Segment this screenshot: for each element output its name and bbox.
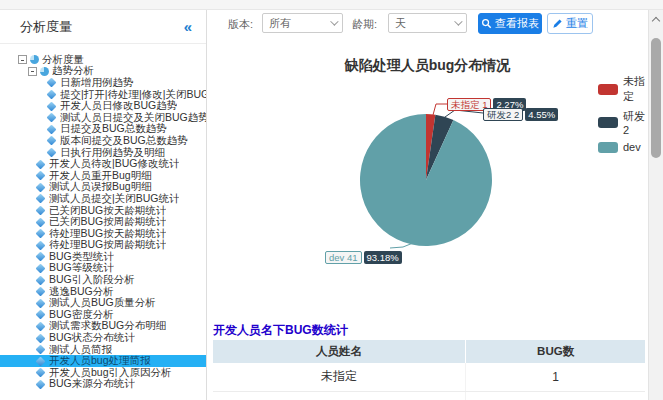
- collapse-toggle-icon[interactable]: [28, 67, 37, 76]
- age-select-value: 天: [395, 16, 406, 31]
- diamond-icon: [36, 368, 46, 378]
- diamond-icon: [47, 101, 57, 111]
- version-select[interactable]: 所有: [262, 13, 343, 33]
- legend-label: dev: [623, 141, 641, 153]
- diamond-icon: [47, 78, 57, 88]
- category-icon: [30, 55, 39, 64]
- diamond-icon: [36, 275, 46, 285]
- view-report-label: 查看报表: [495, 16, 539, 31]
- reset-label: 重置: [566, 16, 588, 31]
- table-row: 研发22: [213, 391, 645, 400]
- table-cell: 研发2: [213, 391, 466, 400]
- pie-label-name: 研发2 2: [483, 108, 523, 121]
- label-line: [445, 110, 483, 117]
- table-cell: 2: [466, 391, 645, 400]
- version-label: 版本:: [228, 17, 253, 32]
- table-cell: 1: [466, 363, 645, 391]
- diamond-icon: [36, 264, 46, 274]
- age-select[interactable]: 天: [388, 13, 467, 33]
- diamond-icon: [36, 182, 46, 192]
- main-panel: 版本: 所有 龄期: 天 查看报表 重置 缺陷处理人员bug分布情况 未指定 1…: [207, 10, 648, 400]
- diamond-icon: [36, 310, 46, 320]
- vertical-scrollbar[interactable]: [648, 10, 663, 400]
- diamond-icon: [36, 252, 46, 262]
- diamond-icon: [36, 240, 46, 250]
- chevron-down-icon: [330, 17, 338, 25]
- diamond-icon: [36, 322, 46, 332]
- view-report-button[interactable]: 查看报表: [478, 13, 542, 34]
- sidebar: 分析度量 « 分析度量趋势分析日新增用例趋势提交|打开|待处理|修改|关闭BUG…: [0, 10, 207, 400]
- diamond-icon: [36, 159, 46, 169]
- diamond-icon: [47, 148, 57, 158]
- scrollbar-thumb[interactable]: [651, 38, 661, 158]
- diamond-icon: [36, 171, 46, 181]
- pie-label-slice-1: 研发2 24.55%: [483, 108, 558, 121]
- diamond-icon: [47, 90, 57, 100]
- table-column-header: BUG数: [466, 340, 645, 363]
- pie-label-percent: 4.55%: [525, 108, 558, 121]
- diamond-icon: [36, 333, 46, 343]
- legend-swatch: [598, 142, 618, 153]
- pie-label-name: dev 41: [325, 251, 362, 264]
- legend-item-dev[interactable]: dev: [598, 141, 648, 153]
- diamond-icon: [36, 194, 46, 204]
- legend-item-研发2[interactable]: 研发2: [598, 109, 648, 136]
- pie-label-slice-2: dev 4193.18%: [325, 251, 402, 264]
- diamond-icon: [36, 356, 46, 366]
- diamond-icon: [36, 345, 46, 355]
- diamond-icon: [47, 113, 57, 123]
- diamond-icon: [47, 124, 57, 134]
- tree-item[interactable]: 分析度量: [0, 54, 206, 66]
- scroll-up-icon[interactable]: [652, 17, 660, 25]
- table-section-heading: 开发人员名下BUG数统计: [213, 322, 348, 339]
- diamond-icon: [47, 136, 57, 146]
- diamond-icon: [36, 206, 46, 216]
- diamond-icon: [36, 229, 46, 239]
- filter-toolbar: 版本: 所有 龄期: 天 查看报表 重置: [207, 10, 648, 38]
- table-header-row: 人员姓名BUG数: [213, 340, 645, 363]
- diamond-icon: [36, 217, 46, 227]
- collapse-sidebar-icon[interactable]: «: [184, 10, 192, 44]
- table-column-header: 人员姓名: [213, 340, 466, 363]
- chart-legend: 未指定研发2dev: [598, 74, 648, 158]
- table-cell: 未指定: [213, 363, 466, 391]
- search-icon: [481, 18, 492, 29]
- diamond-icon: [36, 379, 46, 389]
- legend-label: 未指定: [623, 74, 648, 104]
- category-icon: [40, 67, 49, 76]
- version-select-value: 所有: [269, 16, 291, 31]
- legend-swatch: [598, 117, 618, 128]
- pencil-icon: [552, 18, 563, 29]
- table-row: 未指定1: [213, 363, 645, 391]
- collapse-toggle-icon[interactable]: [18, 55, 27, 64]
- legend-swatch: [598, 84, 618, 95]
- tree-item-label: BUG来源分布统计: [49, 377, 135, 391]
- bug-count-table: 人员姓名BUG数 未指定1研发22: [213, 340, 645, 400]
- sidebar-header: 分析度量 «: [0, 10, 206, 44]
- tree-item[interactable]: BUG来源分布统计: [0, 379, 206, 391]
- sidebar-title: 分析度量: [20, 10, 72, 44]
- pie-chart: [207, 40, 648, 290]
- legend-item-未指定[interactable]: 未指定: [598, 74, 648, 104]
- label-line: [433, 104, 447, 115]
- pie-label-percent: 93.18%: [364, 251, 402, 264]
- chevron-down-icon: [454, 17, 462, 25]
- legend-label: 研发2: [623, 109, 648, 136]
- top-strip: [0, 0, 663, 10]
- pie-slice-dev[interactable]: [360, 114, 492, 246]
- sidebar-tree: 分析度量趋势分析日新增用例趋势提交|打开|待处理|修改|关闭BUG趋势开发人员日…: [0, 54, 206, 400]
- diamond-icon: [36, 298, 46, 308]
- age-label: 龄期:: [352, 17, 377, 32]
- diamond-icon: [36, 287, 46, 297]
- reset-button[interactable]: 重置: [547, 13, 593, 34]
